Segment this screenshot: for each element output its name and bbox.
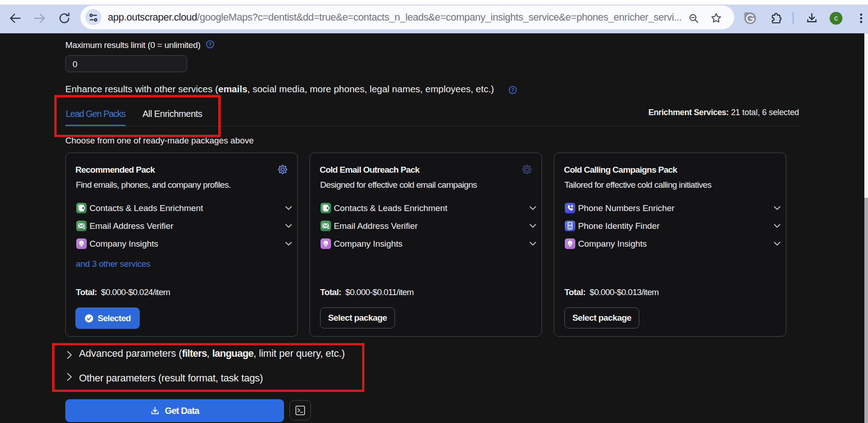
svg-text:?: ? bbox=[209, 42, 212, 47]
svg-text:?: ? bbox=[511, 87, 515, 93]
